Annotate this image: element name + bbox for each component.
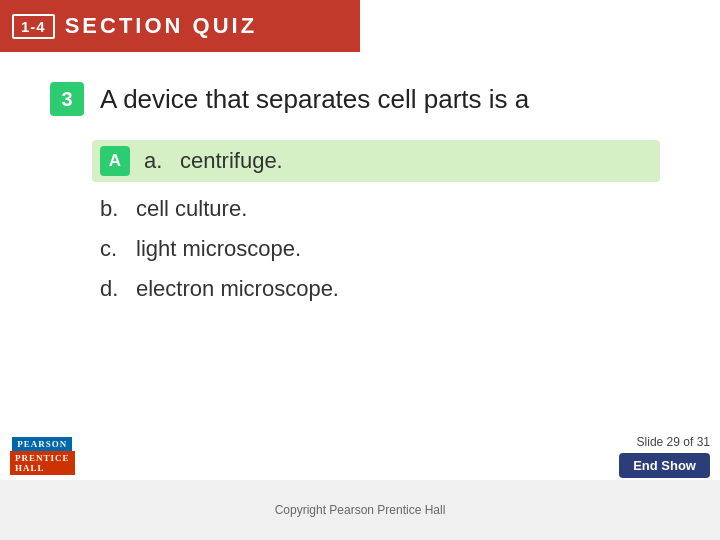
answer-text-a: centrifuge. <box>180 148 283 174</box>
answer-row-d[interactable]: d. electron microscope. <box>100 276 660 302</box>
answer-text-d: electron microscope. <box>136 276 339 302</box>
answer-row-a[interactable]: A a. centrifuge. <box>92 140 660 182</box>
header-bar: 1-4 Section QUIZ <box>0 0 360 52</box>
answers-container: A a. centrifuge. b. cell culture. c. lig… <box>100 140 660 302</box>
slide-info: Slide 29 of 31 End Show <box>619 435 710 478</box>
answer-row-c[interactable]: c. light microscope. <box>100 236 660 262</box>
question-text: A device that separates cell parts is a <box>100 84 529 115</box>
correct-badge-a: A <box>100 146 130 176</box>
answer-letter-b: b. <box>100 196 122 222</box>
answer-row-b[interactable]: b. cell culture. <box>100 196 660 222</box>
pearson-logo: PEARSON PrenticeHall <box>10 437 75 475</box>
copyright-text: Copyright Pearson Prentice Hall <box>275 503 446 517</box>
end-show-button[interactable]: End Show <box>619 453 710 478</box>
section-quiz-label: Section QUIZ <box>65 13 257 39</box>
bottom-bar: Copyright Pearson Prentice Hall <box>0 480 720 540</box>
answer-text-b: cell culture. <box>136 196 247 222</box>
section-number-badge: 1-4 <box>12 14 55 39</box>
answer-text-c: light microscope. <box>136 236 301 262</box>
question-number-badge: 3 <box>50 82 84 116</box>
main-content: 3 A device that separates cell parts is … <box>0 52 720 480</box>
question-row: 3 A device that separates cell parts is … <box>50 82 660 116</box>
slide-number: Slide 29 of 31 <box>619 435 710 449</box>
pearson-logo-top: PEARSON <box>12 437 72 451</box>
answer-letter-a: a. <box>144 148 166 174</box>
pearson-logo-bottom: PrenticeHall <box>10 451 75 475</box>
answer-letter-c: c. <box>100 236 122 262</box>
answer-letter-d: d. <box>100 276 122 302</box>
